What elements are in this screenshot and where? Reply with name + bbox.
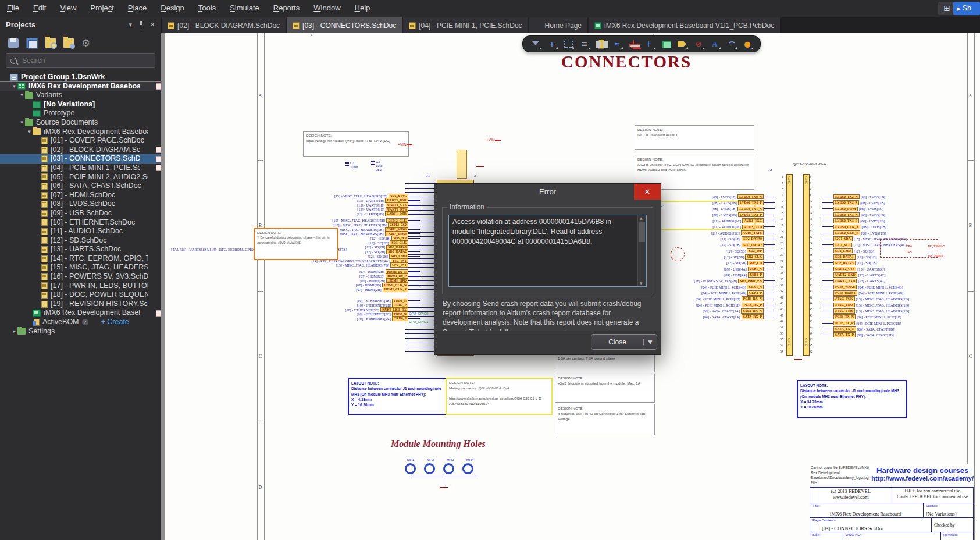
expand-arrow-icon[interactable] [19, 118, 25, 127]
tree-item[interactable]: iMX6 Rex Development Baseboard V1I1_PCB.… [0, 308, 161, 318]
tree-item[interactable]: [08] - LVDS.SchDoc [0, 200, 161, 209]
arc-icon[interactable] [725, 38, 737, 49]
dialog-title-bar[interactable]: Error ✕ [434, 184, 661, 200]
share-button[interactable]: ▶Sh [953, 2, 980, 15]
selection-rect-icon[interactable] [562, 38, 574, 49]
tree-item[interactable]: iMX6 Rex Development Baseboard [0, 82, 161, 91]
net-label[interactable]: SD2_DATA1 [833, 254, 856, 260]
net-label[interactable]: AUD3_TXD [742, 225, 764, 230]
net-label[interactable]: I2C1_SCL [833, 243, 852, 248]
error-message-box[interactable]: Access violation at address 00000001415D… [448, 215, 647, 287]
tree-item[interactable]: [01] - COVER PAGE.SchDoc [0, 136, 161, 145]
tree-item[interactable]: [10] - ETHERNET.SchDoc [0, 218, 161, 228]
tree-item[interactable]: [04] - PCIE MINI 1, PCIE.SchDoc [0, 164, 161, 173]
tree-item[interactable]: [03] - CONNECTORS.SchDoc [0, 154, 161, 164]
gear-icon[interactable]: ⚙ [81, 38, 92, 48]
sheet-symbol-icon[interactable] [660, 38, 672, 49]
tree-item[interactable]: ActiveBOM + Create [0, 318, 161, 327]
tree-item[interactable]: [15] - MISC, JTAG, HEADERS.SchDoc [0, 263, 161, 272]
menu-item[interactable]: File [0, 0, 26, 17]
scrollbar[interactable] [637, 215, 646, 286]
net-label[interactable]: UART2_RXD [833, 272, 857, 278]
expand-arrow-icon[interactable] [19, 91, 25, 100]
net-label[interactable]: AUD3_TXFS [741, 230, 764, 236]
net-label[interactable]: SD2_DATA2 [742, 243, 764, 248]
net-label[interactable]: SATA_RX_N [741, 308, 764, 314]
tree-item[interactable]: [09] - USB.SchDoc [0, 209, 161, 218]
net-label[interactable]: CLK1_N [747, 285, 764, 290]
menu-item[interactable]: Place [121, 0, 154, 17]
net-label[interactable]: PCIE_RX_N [742, 296, 764, 301]
capacitor-c2[interactable]: C210uF35V [376, 160, 384, 173]
menu-item[interactable]: Reports [266, 0, 307, 17]
net-label[interactable]: CPU_INT [390, 262, 408, 268]
net-label[interactable]: USB1_P [748, 272, 764, 278]
tree-item[interactable]: [06] - SATA, CFAST.SchDoc [0, 182, 161, 191]
menu-item[interactable]: Design [154, 0, 191, 17]
create-link[interactable]: + Create [101, 318, 129, 327]
net-label[interactable]: I2C1_SDA [833, 236, 853, 241]
design-note[interactable]: DESIGN NOTE:If required, use Pin 49 on C… [555, 404, 655, 435]
open-project-icon[interactable] [45, 38, 56, 48]
tree-item[interactable]: iMX6 Rex Development Baseboard [0, 127, 161, 137]
connector-j2[interactable]: 1234567891011121314151617181920212223242… [775, 174, 818, 354]
expand-arrow-icon[interactable] [11, 327, 17, 336]
tree-item[interactable]: Prototype [0, 109, 161, 118]
net-label[interactable]: LVDS0_TX1_N [737, 207, 764, 212]
expand-arrow-icon[interactable] [11, 82, 17, 91]
design-note[interactable]: DESIGN NOTE:+3V3_Module is supplied from… [555, 374, 655, 403]
net-label[interactable]: LVDS0_TX0_P [738, 200, 764, 205]
panel-menu-icon[interactable]: ▾ [129, 21, 132, 29]
net-label[interactable]: PCIE_TX_P [833, 321, 855, 326]
net-label[interactable]: USB1_N [748, 267, 764, 272]
tree-item[interactable]: [14] - RTC, EEPROM, GPIO, TOUCH.SchDoc [0, 254, 161, 264]
tree-item[interactable]: Variants [0, 91, 161, 100]
capacitor-c1[interactable]: C1100n [350, 161, 358, 169]
tree-item[interactable]: Settings [0, 327, 161, 336]
net-label[interactable]: UART1_DTR [385, 211, 408, 216]
net-label[interactable]: SD2_DATA3 [833, 261, 856, 266]
net-label[interactable]: SD2_WP [747, 248, 764, 254]
tree-item[interactable]: [11] - AUDIO1.SchDoc [0, 227, 161, 236]
net-label[interactable]: SATA_TX_P [833, 332, 856, 338]
expand-arrow-icon[interactable] [26, 127, 33, 137]
net-label[interactable]: SATA_RX_P [742, 314, 764, 319]
search-input[interactable] [21, 56, 140, 65]
document-tab[interactable]: Home Page [529, 17, 587, 33]
tree-item[interactable]: [12] - SD.SchDoc [0, 236, 161, 246]
net-label[interactable]: LVDS0_TX0_N [737, 194, 764, 200]
ground-icon[interactable] [628, 38, 639, 49]
save-icon[interactable] [8, 38, 19, 48]
scrollbar-thumb[interactable] [639, 222, 645, 242]
junction-icon[interactable]: ● [742, 38, 753, 49]
net-label[interactable]: LVDS0_TX2_N [833, 194, 860, 200]
document-tab[interactable]: [04] - PCIE MINI 1, PCIE.SchDoc [403, 17, 528, 33]
net-label[interactable]: AUD3_TXC [742, 218, 764, 223]
document-tab[interactable]: [03] - CONNECTORS.SchDoc [287, 17, 402, 33]
mounting-hole[interactable] [405, 463, 416, 474]
tree-item[interactable]: Source Documents [0, 118, 161, 127]
pin-icon[interactable] [138, 21, 144, 28]
recent-projects-icon[interactable] [63, 38, 74, 48]
net-label[interactable]: PCIE_RX_P [742, 303, 764, 308]
crosshair-icon[interactable]: + [546, 38, 558, 49]
tree-item[interactable]: [13] - UARTS.SchDoc [0, 245, 161, 254]
net-label[interactable]: LVDS0_TX2_P [833, 200, 859, 205]
net-label[interactable]: UART2_TXD [833, 279, 857, 284]
tree-item[interactable]: [No Variations] [0, 100, 161, 109]
net-label[interactable]: SD2_CMD [833, 248, 853, 254]
design-note[interactable]: DESIGN NOTE:Input voltage for module (VI… [303, 131, 409, 157]
design-note[interactable]: 1.0A per contact, 7.8A ground plane [555, 354, 655, 372]
tree-item[interactable]: [02] - BLOCK DIAGRAM.SchDoc [0, 145, 161, 155]
net-label[interactable]: LVDS0_TX3_P [833, 218, 859, 223]
menu-item[interactable]: View [53, 0, 83, 17]
mounting-hole[interactable] [424, 463, 435, 474]
net-label[interactable]: LVDS0_CLK_P [833, 230, 860, 236]
menu-item[interactable]: Project [83, 0, 120, 17]
net-label[interactable]: SATA_TX_N [833, 326, 856, 332]
menu-item[interactable]: Tools [191, 0, 223, 17]
design-note[interactable]: DESIGN NOTE:I2C1 is used with AUDIO [635, 125, 754, 150]
net-label[interactable]: LVDS0_CLK_N [833, 225, 860, 230]
tree-item[interactable]: Project Group 1.DsnWrk [0, 73, 161, 82]
document-tab[interactable]: iMX6 Rex Development Baseboard V1I1_PCB.… [589, 17, 780, 33]
